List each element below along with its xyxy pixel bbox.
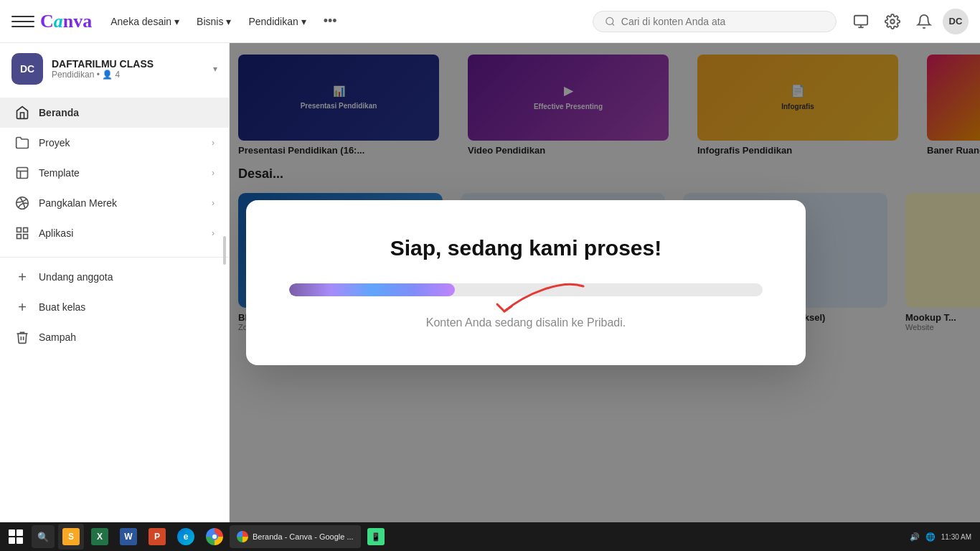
svg-rect-11 [24,228,28,232]
nav-item-aneka-desain[interactable]: Aneka desain ▾ [103,11,187,32]
sidebar-item-template[interactable]: Template › [0,158,229,188]
sidebar-item-buat-kelas[interactable]: + Buat kelas [0,292,229,322]
profile-avatar[interactable]: DC [943,9,969,34]
sidebar-nav: Beranda Proyek › Template › [0,95,229,522]
nav-item-bisnis[interactable]: Bisnis ▾ [189,11,238,32]
search-icon [605,16,616,27]
topnav: Canva Aneka desain ▾ Bisnis ▾ Pendidikan… [0,0,980,43]
aplikasi-chevron-icon: › [212,228,215,238]
sidebar-label-template: Template [39,167,203,179]
settings-icon[interactable] [880,9,905,34]
team-chevron-icon: ▾ [213,64,217,74]
brand-icon [14,195,30,211]
team-avatar: DC [11,53,43,85]
start-button[interactable] [3,524,29,550]
sidebar-divider [0,257,229,258]
svg-rect-10 [17,228,22,232]
annotation-arrow [468,272,612,322]
sidebar-label-buat-kelas: Buat kelas [39,301,215,313]
svg-point-5 [890,19,895,24]
modal-overlay: Siap, sedang kami proses! Konten Anda se… [230,43,980,522]
progress-bar-fill [289,283,455,296]
content-area: 📊 Presentasi Pendidikan Presentasi Pendi… [230,43,980,522]
taskbar-active-tab[interactable]: Beranda - Canva - Google ... [230,525,361,548]
sidebar-label-beranda: Beranda [39,107,215,118]
apps-icon [14,225,30,241]
taskbar-search[interactable]: 🔍 [32,525,55,548]
modal-status-text: Konten Anda sedang disalin ke Pribadi. [426,316,626,329]
modal-title: Siap, sedang kami proses! [390,236,661,260]
nav-more-button[interactable]: ••• [316,9,344,33]
svg-point-0 [606,17,613,24]
sidebar-item-undang-anggota[interactable]: + Undang anggota [0,262,229,292]
proyek-chevron-icon: › [212,138,215,148]
sidebar-label-proyek: Proyek [39,137,203,149]
sidebar-item-sampah[interactable]: Sampah [0,322,229,352]
topnav-nav: Aneka desain ▾ Bisnis ▾ Pendidikan ▾ ••• [103,9,344,33]
folder-icon [14,135,30,151]
svg-rect-6 [17,168,28,179]
trash-icon [14,329,30,345]
topnav-icons: DC [848,9,969,34]
pangkalan-chevron-icon: › [212,198,215,208]
sidebar-item-aplikasi[interactable]: Aplikasi › [0,218,229,248]
sidebar-label-undang-anggota: Undang anggota [39,271,215,283]
hamburger-button[interactable] [11,10,34,33]
sidebar-label-pangkalan-merek: Pangkalan Merek [39,197,203,209]
taskbar-app-powerpoint[interactable]: P [144,524,170,550]
sidebar-item-beranda[interactable]: Beranda [0,98,229,128]
taskbar: 🔍 S X W P e Beranda - C [0,522,980,551]
monitor-icon[interactable] [848,9,874,34]
canva-logo: Canva [40,11,92,32]
sidebar-team[interactable]: DC DAFTARILMU CLASS Pendidikan • 👤 4 ▾ [0,43,229,95]
template-icon [14,165,30,181]
sidebar: DC DAFTARILMU CLASS Pendidikan • 👤 4 ▾ B… [0,43,230,522]
template-chevron-icon: › [212,168,215,178]
team-name: DAFTARILMU CLASS [52,58,204,70]
sidebar-label-aplikasi: Aplikasi [39,227,203,239]
progress-bar-background [289,283,763,296]
modal-dialog: Siap, sedang kami proses! Konten Anda se… [246,200,806,365]
search-input[interactable] [621,16,824,27]
home-icon [14,105,30,121]
plus-icon-undang: + [14,269,30,285]
svg-rect-2 [854,15,867,24]
svg-line-1 [612,23,614,25]
search-bar[interactable] [593,11,837,32]
main-layout: DC DAFTARILMU CLASS Pendidikan • 👤 4 ▾ B… [0,43,980,522]
nav-item-pendidikan[interactable]: Pendidikan ▾ [241,11,313,32]
svg-rect-12 [24,235,28,239]
notification-icon[interactable] [911,9,937,34]
taskbar-app-excel[interactable]: X [87,524,113,550]
taskbar-app-chrome[interactable] [202,524,227,550]
taskbar-app-word[interactable]: W [116,524,141,550]
svg-rect-13 [17,235,22,239]
sidebar-item-proyek[interactable]: Proyek › [0,128,229,158]
taskbar-app-android[interactable]: 📱 [363,524,389,550]
taskbar-app-edge[interactable]: e [173,524,199,550]
team-sub: Pendidikan • 👤 4 [52,70,204,80]
plus-icon-buat: + [14,299,30,315]
taskbar-active-label: Beranda - Canva - Google ... [253,532,354,541]
sidebar-item-pangkalan-merek[interactable]: Pangkalan Merek › [0,188,229,218]
taskbar-app-screenshots[interactable]: S [58,524,84,550]
sidebar-label-sampah: Sampah [39,331,215,343]
